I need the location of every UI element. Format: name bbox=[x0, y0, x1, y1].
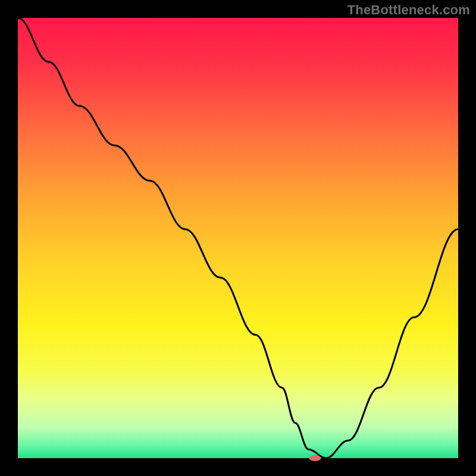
bottleneck-chart bbox=[0, 0, 476, 476]
watermark-text: TheBottleneck.com bbox=[347, 2, 470, 18]
plot-background bbox=[18, 18, 458, 458]
chart-container: { "watermark": "TheBottleneck.com", "cha… bbox=[0, 0, 476, 476]
optimal-marker bbox=[309, 455, 321, 461]
